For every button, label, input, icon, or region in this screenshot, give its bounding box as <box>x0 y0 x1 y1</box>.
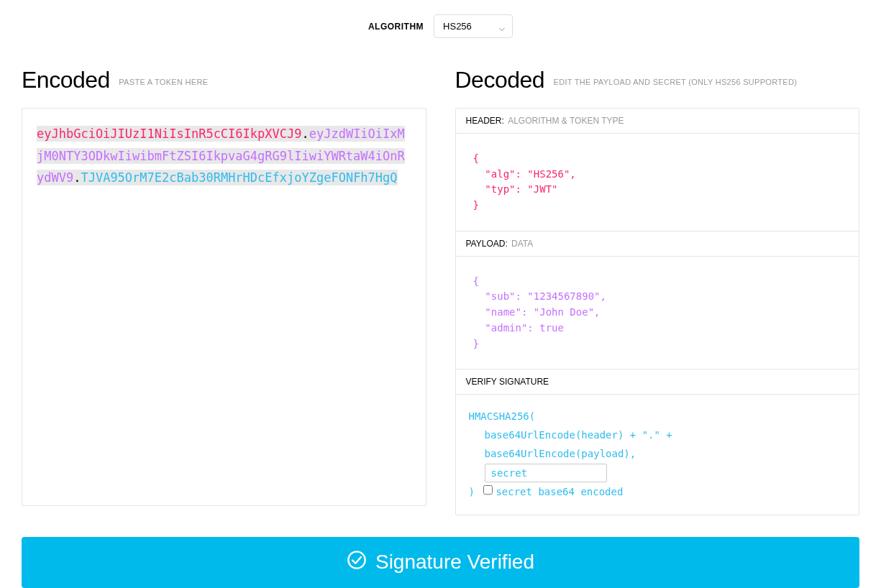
signature-line1: base64UrlEncode(header) + "." + <box>485 426 846 445</box>
signature-fn-close: ) <box>469 486 475 497</box>
signature-body: HMACSHA256( base64UrlEncode(header) + ".… <box>456 395 859 514</box>
signature-section-label: VERIFY SIGNATURE <box>456 369 859 395</box>
secret-input[interactable] <box>485 464 607 482</box>
secret-base64-checkbox[interactable] <box>483 485 493 495</box>
algorithm-label: ALGORITHM <box>368 22 424 32</box>
payload-json-editor[interactable]: { "sub": "1234567890", "name": "John Doe… <box>456 257 859 369</box>
decoded-title: Decoded <box>455 67 545 93</box>
token-dot: . <box>73 170 81 185</box>
encoded-token-input[interactable]: eyJhbGciOiJIUzI1NiIsInR5cCI6IkpXVCJ9.eyJ… <box>27 113 421 199</box>
payload-section-label: PAYLOAD: DATA <box>456 231 859 257</box>
signature-verified-bar: Signature Verified <box>22 537 859 588</box>
signature-line2: base64UrlEncode(payload), <box>485 445 846 464</box>
header-json-editor[interactable]: { "alg": "HS256", "typ": "JWT" } <box>456 134 859 231</box>
encoded-title: Encoded <box>22 67 110 93</box>
svg-point-0 <box>348 551 365 568</box>
chevron-down-icon <box>499 24 505 29</box>
algorithm-row: ALGORITHM HS256 <box>0 14 881 38</box>
encoded-box: eyJhbGciOiJIUzI1NiIsInR5cCI6IkpXVCJ9.eyJ… <box>22 108 426 506</box>
signature-verified-text: Signature Verified <box>375 551 534 574</box>
signature-fn-open: HMACSHA256( <box>469 410 536 422</box>
token-header-segment: eyJhbGciOiJIUzI1NiIsInR5cCI6IkpXVCJ9 <box>37 127 301 141</box>
decoded-subtitle: EDIT THE PAYLOAD AND SECRET (ONLY HS256 … <box>554 78 798 86</box>
secret-base64-label: secret base64 encoded <box>496 486 623 497</box>
algorithm-selected-value: HS256 <box>443 21 472 32</box>
algorithm-select[interactable]: HS256 <box>434 14 513 38</box>
token-signature-segment: TJVA95OrM7E2cBab30RMHrHDcEfxjoYZgeFONFh7… <box>81 170 397 185</box>
check-circle-icon <box>347 550 367 575</box>
encoded-column: Encoded PASTE A TOKEN HERE eyJhbGciOiJIU… <box>22 67 426 515</box>
encoded-subtitle: PASTE A TOKEN HERE <box>119 78 208 86</box>
header-section-label: HEADER: ALGORITHM & TOKEN TYPE <box>456 109 859 134</box>
decoded-box: HEADER: ALGORITHM & TOKEN TYPE { "alg": … <box>455 108 860 515</box>
decoded-column: Decoded EDIT THE PAYLOAD AND SECRET (ONL… <box>455 67 860 515</box>
token-dot: . <box>301 127 309 141</box>
